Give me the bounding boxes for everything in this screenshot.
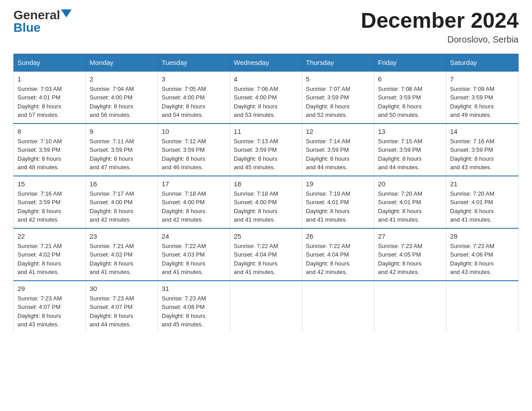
table-row: 24 Sunrise: 7:22 AM Sunset: 4:03 PM Dayl… xyxy=(158,228,230,281)
day-number: 3 xyxy=(162,75,226,83)
calendar-week-row: 1 Sunrise: 7:03 AM Sunset: 4:01 PM Dayli… xyxy=(14,71,519,124)
day-number: 16 xyxy=(90,180,154,188)
day-number: 4 xyxy=(234,75,298,83)
header-sunday: Sunday xyxy=(14,54,86,71)
day-info: Sunrise: 7:10 AM Sunset: 3:59 PM Dayligh… xyxy=(17,137,82,172)
table-row: 7 Sunrise: 7:09 AM Sunset: 3:59 PM Dayli… xyxy=(446,71,519,124)
day-info: Sunrise: 7:12 AM Sunset: 3:59 PM Dayligh… xyxy=(162,137,226,172)
table-row: 3 Sunrise: 7:05 AM Sunset: 4:00 PM Dayli… xyxy=(158,71,230,124)
table-row: 8 Sunrise: 7:10 AM Sunset: 3:59 PM Dayli… xyxy=(14,124,86,176)
calendar-week-row: 29 Sunrise: 7:23 AM Sunset: 4:07 PM Dayl… xyxy=(14,281,519,333)
table-row: 31 Sunrise: 7:23 AM Sunset: 4:08 PM Dayl… xyxy=(158,281,230,333)
day-info: Sunrise: 7:22 AM Sunset: 4:03 PM Dayligh… xyxy=(162,242,226,277)
logo-arrow-icon xyxy=(61,9,72,17)
table-row: 1 Sunrise: 7:03 AM Sunset: 4:01 PM Dayli… xyxy=(14,71,86,124)
day-info: Sunrise: 7:20 AM Sunset: 4:01 PM Dayligh… xyxy=(450,189,515,224)
table-row: 18 Sunrise: 7:18 AM Sunset: 4:00 PM Dayl… xyxy=(230,176,302,228)
day-number: 17 xyxy=(162,180,226,188)
day-info: Sunrise: 7:16 AM Sunset: 3:59 PM Dayligh… xyxy=(450,137,515,172)
table-row: 2 Sunrise: 7:04 AM Sunset: 4:00 PM Dayli… xyxy=(86,71,158,124)
day-info: Sunrise: 7:23 AM Sunset: 4:08 PM Dayligh… xyxy=(162,294,226,329)
calendar-week-row: 15 Sunrise: 7:16 AM Sunset: 3:59 PM Dayl… xyxy=(14,176,519,228)
logo-general-text: General xyxy=(13,9,60,21)
table-row xyxy=(230,281,302,333)
day-number: 31 xyxy=(162,285,226,292)
table-row: 11 Sunrise: 7:13 AM Sunset: 3:59 PM Dayl… xyxy=(230,124,302,176)
day-number: 23 xyxy=(90,232,154,240)
day-number: 9 xyxy=(90,128,154,135)
day-number: 24 xyxy=(162,232,226,240)
day-number: 11 xyxy=(234,128,298,135)
day-info: Sunrise: 7:08 AM Sunset: 3:59 PM Dayligh… xyxy=(378,85,442,120)
day-info: Sunrise: 7:20 AM Sunset: 4:01 PM Dayligh… xyxy=(378,189,442,224)
day-number: 22 xyxy=(17,232,82,240)
day-info: Sunrise: 7:17 AM Sunset: 4:00 PM Dayligh… xyxy=(90,189,154,224)
day-info: Sunrise: 7:22 AM Sunset: 4:04 PM Dayligh… xyxy=(234,242,298,277)
table-row: 13 Sunrise: 7:15 AM Sunset: 3:59 PM Dayl… xyxy=(374,124,446,176)
logo-blue-text: Blue xyxy=(13,21,41,34)
logo: General Blue xyxy=(13,9,72,34)
day-info: Sunrise: 7:19 AM Sunset: 4:01 PM Dayligh… xyxy=(306,189,370,224)
day-number: 19 xyxy=(306,180,370,188)
table-row: 17 Sunrise: 7:18 AM Sunset: 4:00 PM Dayl… xyxy=(158,176,230,228)
table-row: 5 Sunrise: 7:07 AM Sunset: 3:59 PM Dayli… xyxy=(302,71,374,124)
day-info: Sunrise: 7:14 AM Sunset: 3:59 PM Dayligh… xyxy=(306,137,370,172)
day-info: Sunrise: 7:23 AM Sunset: 4:07 PM Dayligh… xyxy=(90,294,154,329)
table-row: 25 Sunrise: 7:22 AM Sunset: 4:04 PM Dayl… xyxy=(230,228,302,281)
day-number: 25 xyxy=(234,232,298,240)
table-row: 30 Sunrise: 7:23 AM Sunset: 4:07 PM Dayl… xyxy=(86,281,158,333)
day-number: 27 xyxy=(378,232,442,240)
table-row: 9 Sunrise: 7:11 AM Sunset: 3:59 PM Dayli… xyxy=(86,124,158,176)
day-info: Sunrise: 7:21 AM Sunset: 4:02 PM Dayligh… xyxy=(90,242,154,277)
table-row xyxy=(374,281,446,333)
calendar-week-row: 8 Sunrise: 7:10 AM Sunset: 3:59 PM Dayli… xyxy=(14,124,519,176)
day-number: 21 xyxy=(450,180,515,188)
day-info: Sunrise: 7:22 AM Sunset: 4:04 PM Dayligh… xyxy=(306,242,370,277)
day-info: Sunrise: 7:03 AM Sunset: 4:01 PM Dayligh… xyxy=(17,85,82,120)
calendar-header-row: Sunday Monday Tuesday Wednesday Thursday… xyxy=(14,54,519,71)
header-saturday: Saturday xyxy=(446,54,519,71)
day-number: 13 xyxy=(378,128,442,135)
table-row: 22 Sunrise: 7:21 AM Sunset: 4:02 PM Dayl… xyxy=(14,228,86,281)
day-info: Sunrise: 7:04 AM Sunset: 4:00 PM Dayligh… xyxy=(90,85,154,120)
day-info: Sunrise: 7:07 AM Sunset: 3:59 PM Dayligh… xyxy=(306,85,370,120)
day-info: Sunrise: 7:06 AM Sunset: 4:00 PM Dayligh… xyxy=(234,85,298,120)
day-info: Sunrise: 7:18 AM Sunset: 4:00 PM Dayligh… xyxy=(234,189,298,224)
header-friday: Friday xyxy=(374,54,446,71)
day-number: 29 xyxy=(17,285,82,292)
table-row: 28 Sunrise: 7:23 AM Sunset: 4:06 PM Dayl… xyxy=(446,228,519,281)
day-info: Sunrise: 7:23 AM Sunset: 4:06 PM Dayligh… xyxy=(450,242,515,277)
day-info: Sunrise: 7:16 AM Sunset: 3:59 PM Dayligh… xyxy=(17,189,82,224)
table-row: 27 Sunrise: 7:23 AM Sunset: 4:05 PM Dayl… xyxy=(374,228,446,281)
month-title: December 2024 xyxy=(361,9,519,33)
day-info: Sunrise: 7:09 AM Sunset: 3:59 PM Dayligh… xyxy=(450,85,515,120)
day-number: 18 xyxy=(234,180,298,188)
header-monday: Monday xyxy=(86,54,158,71)
day-number: 14 xyxy=(450,128,515,135)
table-row: 10 Sunrise: 7:12 AM Sunset: 3:59 PM Dayl… xyxy=(158,124,230,176)
table-row: 15 Sunrise: 7:16 AM Sunset: 3:59 PM Dayl… xyxy=(14,176,86,228)
table-row: 23 Sunrise: 7:21 AM Sunset: 4:02 PM Dayl… xyxy=(86,228,158,281)
day-number: 6 xyxy=(378,75,442,83)
table-row: 6 Sunrise: 7:08 AM Sunset: 3:59 PM Dayli… xyxy=(374,71,446,124)
day-info: Sunrise: 7:21 AM Sunset: 4:02 PM Dayligh… xyxy=(17,242,82,277)
day-number: 26 xyxy=(306,232,370,240)
day-number: 8 xyxy=(17,128,82,135)
day-number: 20 xyxy=(378,180,442,188)
day-number: 28 xyxy=(450,232,515,240)
table-row: 16 Sunrise: 7:17 AM Sunset: 4:00 PM Dayl… xyxy=(86,176,158,228)
day-number: 10 xyxy=(162,128,226,135)
page-header: General Blue December 2024 Doroslovo, Se… xyxy=(13,9,519,45)
day-number: 7 xyxy=(450,75,515,83)
day-number: 12 xyxy=(306,128,370,135)
calendar-week-row: 22 Sunrise: 7:21 AM Sunset: 4:02 PM Dayl… xyxy=(14,228,519,281)
table-row: 26 Sunrise: 7:22 AM Sunset: 4:04 PM Dayl… xyxy=(302,228,374,281)
day-info: Sunrise: 7:05 AM Sunset: 4:00 PM Dayligh… xyxy=(162,85,226,120)
day-info: Sunrise: 7:23 AM Sunset: 4:05 PM Dayligh… xyxy=(378,242,442,277)
table-row: 21 Sunrise: 7:20 AM Sunset: 4:01 PM Dayl… xyxy=(446,176,519,228)
table-row: 4 Sunrise: 7:06 AM Sunset: 4:00 PM Dayli… xyxy=(230,71,302,124)
calendar-table: Sunday Monday Tuesday Wednesday Thursday… xyxy=(13,54,519,333)
table-row: 20 Sunrise: 7:20 AM Sunset: 4:01 PM Dayl… xyxy=(374,176,446,228)
table-row: 14 Sunrise: 7:16 AM Sunset: 3:59 PM Dayl… xyxy=(446,124,519,176)
location: Doroslovo, Serbia xyxy=(361,34,519,45)
